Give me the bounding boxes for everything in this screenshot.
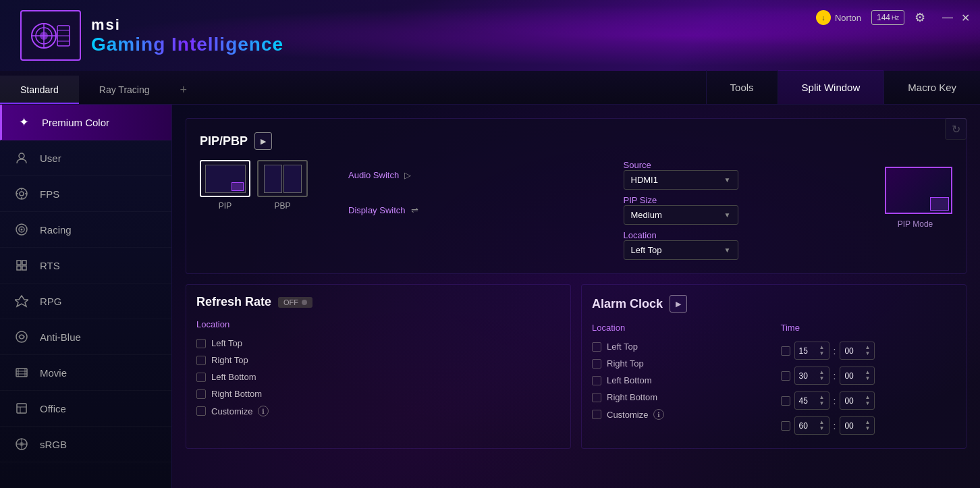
refresh-customize-checkbox[interactable] xyxy=(196,406,206,416)
alarm-time-hour-3[interactable]: 45 ▲ ▼ xyxy=(794,391,829,410)
svg-point-11 xyxy=(20,192,24,196)
sidebar-item-user[interactable]: User xyxy=(0,140,171,176)
alarm-time-hour-1[interactable]: 15 ▲ ▼ xyxy=(794,342,829,360)
source-dropdown[interactable]: HDMI1 ▼ xyxy=(624,170,738,190)
alarm-right-bottom-checkbox[interactable] xyxy=(592,393,601,402)
alarm-time-3-checkbox[interactable] xyxy=(781,396,790,406)
alarm-time-2-checkbox[interactable] xyxy=(781,371,790,381)
spin-down-icon[interactable]: ▼ xyxy=(819,401,825,406)
pip-pbp-header: PIP/PBP ▶ xyxy=(200,132,952,150)
pip-pbp-play-button[interactable]: ▶ xyxy=(254,132,272,150)
spin-down-icon[interactable]: ▼ xyxy=(865,426,870,431)
tab-standard[interactable]: Standard xyxy=(0,76,79,104)
norton-button[interactable]: ↓ Norton xyxy=(816,10,861,25)
spin-down-icon[interactable]: ▼ xyxy=(865,376,870,381)
spin-up-icon[interactable]: ▲ xyxy=(819,420,825,425)
alarm-hour-3-spin[interactable]: ▲ ▼ xyxy=(819,395,825,406)
sidebar-item-srgb[interactable]: sRGB xyxy=(0,427,171,462)
refresh-left-top-checkbox[interactable] xyxy=(196,339,206,348)
sidebar-user-label: User xyxy=(40,153,61,164)
alarm-time-4-checkbox[interactable] xyxy=(781,421,790,431)
tab-macro-key[interactable]: Macro Key xyxy=(883,70,980,104)
sidebar-item-premium-color[interactable]: ✦ Premium Color xyxy=(0,105,171,140)
pbp-mode-button[interactable]: PBP xyxy=(257,160,308,211)
alarm-min-4-value: 00 xyxy=(844,421,853,431)
audio-switch[interactable]: Audio Switch ▷ xyxy=(348,160,583,190)
tab-macro-key-label: Macro Key xyxy=(908,82,956,93)
alarm-time-min-4[interactable]: 00 ▲ ▼ xyxy=(840,416,875,435)
settings-button[interactable]: ⚙ xyxy=(915,10,925,25)
hz-unit: Hz xyxy=(892,14,899,21)
pip-label: PIP xyxy=(219,201,232,211)
refresh-customize-info-icon[interactable]: ℹ xyxy=(258,406,269,416)
tab-split-window[interactable]: Split Window xyxy=(778,70,884,104)
pip-pbp-section: PIP/PBP ▶ PIP xyxy=(186,118,967,274)
tab-tools[interactable]: Tools xyxy=(706,70,778,104)
spin-up-icon[interactable]: ▲ xyxy=(819,395,825,400)
spin-down-icon[interactable]: ▼ xyxy=(819,376,825,381)
spin-up-icon[interactable]: ▲ xyxy=(865,420,870,425)
location-dropdown[interactable]: Left Top ▼ xyxy=(624,240,738,260)
alarm-min-3-spin[interactable]: ▲ ▼ xyxy=(865,395,870,406)
alarm-customize-info-icon[interactable]: ℹ xyxy=(653,409,664,420)
alarm-time-min-2[interactable]: 00 ▲ ▼ xyxy=(840,367,875,385)
spin-down-icon[interactable]: ▼ xyxy=(819,351,825,356)
alarm-hour-1-spin[interactable]: ▲ ▼ xyxy=(819,345,825,356)
alarm-time-min-3[interactable]: 00 ▲ ▼ xyxy=(840,391,875,410)
tab-ray-tracing-label: Ray Tracing xyxy=(99,84,150,95)
sidebar-fps-label: FPS xyxy=(40,188,59,200)
display-switch[interactable]: Display Switch ⇌ xyxy=(348,195,583,225)
alarm-hour-2-spin[interactable]: ▲ ▼ xyxy=(819,370,825,381)
alarm-min-1-spin[interactable]: ▲ ▼ xyxy=(865,345,870,356)
refresh-right-top-checkbox[interactable] xyxy=(196,356,206,365)
sidebar-item-rpg[interactable]: RPG xyxy=(0,283,171,319)
sidebar-item-movie[interactable]: Movie xyxy=(0,355,171,391)
alarm-clock-play-button[interactable]: ▶ xyxy=(670,295,687,313)
spin-down-icon[interactable]: ▼ xyxy=(819,426,825,431)
alarm-min-4-spin[interactable]: ▲ ▼ xyxy=(865,420,870,431)
alarm-time-hour-2[interactable]: 30 ▲ ▼ xyxy=(794,367,829,385)
pip-mode-buttons: PIP PBP xyxy=(200,160,308,211)
spin-up-icon[interactable]: ▲ xyxy=(865,395,870,400)
minimize-button[interactable]: — xyxy=(942,11,953,24)
spin-down-icon[interactable]: ▼ xyxy=(865,351,870,356)
refresh-rate-location-label: Location xyxy=(196,319,560,329)
alarm-location-col: Location Left Top Right Top Left Bottom xyxy=(592,323,767,438)
alarm-min-2-spin[interactable]: ▲ ▼ xyxy=(865,370,870,381)
refresh-right-bottom-checkbox[interactable] xyxy=(196,389,206,399)
pip-size-value: Medium xyxy=(631,210,662,220)
display-switch-label: Display Switch xyxy=(348,205,406,215)
close-button[interactable]: ✕ xyxy=(961,11,970,24)
pip-size-dropdown[interactable]: Medium ▼ xyxy=(624,205,738,225)
spin-up-icon[interactable]: ▲ xyxy=(865,345,870,350)
time-colon-4: : xyxy=(834,421,836,431)
svg-rect-24 xyxy=(16,369,27,377)
refresh-rate-toggle[interactable]: OFF xyxy=(278,297,312,308)
sidebar-item-anti-blue[interactable]: Anti-Blue xyxy=(0,319,171,355)
alarm-time-min-1[interactable]: 00 ▲ ▼ xyxy=(840,342,875,360)
alarm-right-top-checkbox[interactable] xyxy=(592,359,601,369)
alarm-time-hour-4[interactable]: 60 ▲ ▼ xyxy=(794,416,829,435)
sidebar-item-racing[interactable]: Racing xyxy=(0,212,171,248)
alarm-customize-checkbox[interactable] xyxy=(592,410,601,419)
spin-up-icon[interactable]: ▲ xyxy=(819,345,825,350)
alarm-left-bottom-checkbox[interactable] xyxy=(592,376,601,385)
sidebar-item-fps[interactable]: FPS xyxy=(0,176,171,212)
location-group: Location Left Top ▼ xyxy=(624,230,859,260)
spin-down-icon[interactable]: ▼ xyxy=(865,401,870,406)
pip-mode-button[interactable]: PIP xyxy=(200,160,250,211)
refresh-left-bottom-checkbox[interactable] xyxy=(196,373,206,382)
sidebar-item-office[interactable]: Office xyxy=(0,391,171,427)
tab-add-button[interactable]: + xyxy=(170,76,198,104)
svg-rect-20 xyxy=(22,261,26,265)
alarm-hour-4-value: 60 xyxy=(799,421,808,431)
sidebar-item-rts[interactable]: RTS xyxy=(0,248,171,283)
alarm-left-top-checkbox[interactable] xyxy=(592,342,601,352)
alarm-time-row-2: 30 ▲ ▼ : 00 ▲ ▼ xyxy=(781,363,956,388)
tab-ray-tracing[interactable]: Ray Tracing xyxy=(79,76,170,104)
alarm-time-1-checkbox[interactable] xyxy=(781,346,790,356)
spin-up-icon[interactable]: ▲ xyxy=(865,370,870,375)
alarm-clock-header: Alarm Clock ▶ xyxy=(592,295,956,313)
spin-up-icon[interactable]: ▲ xyxy=(819,370,825,375)
alarm-hour-4-spin[interactable]: ▲ ▼ xyxy=(819,420,825,431)
